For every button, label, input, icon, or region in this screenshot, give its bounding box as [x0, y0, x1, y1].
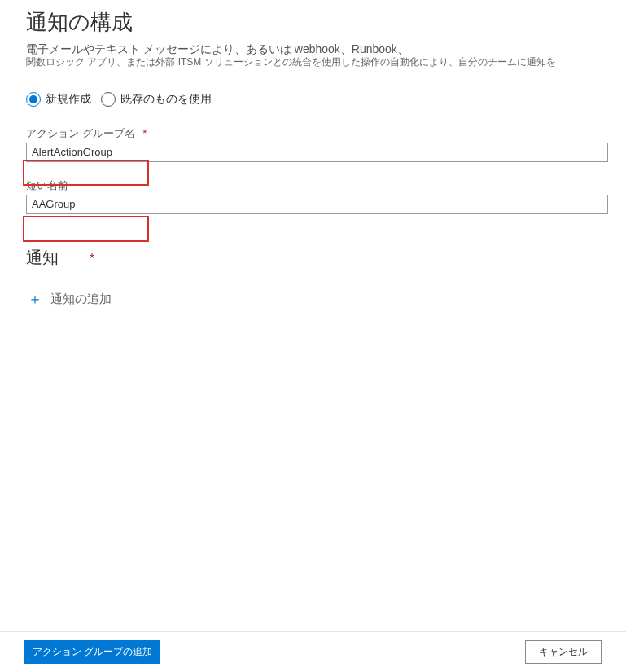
radio-use-existing-label: 既存のものを使用 — [120, 92, 212, 107]
notifications-section-title: 通知 — [26, 247, 59, 269]
description-line1: 電子メールやテキスト メッセージにより、あるいは webhook、Runbook… — [26, 42, 600, 56]
radio-create-new-input[interactable] — [26, 92, 41, 107]
add-action-group-button[interactable]: アクション グループの追加 — [24, 640, 160, 664]
footer: アクション グループの追加 キャンセル — [0, 631, 626, 672]
action-group-name-field-group: アクション グループ名 * — [26, 126, 600, 162]
required-mark: * — [142, 127, 147, 139]
notifications-section-header: 通知 * — [26, 247, 600, 269]
action-group-name-label-text: アクション グループ名 — [26, 127, 135, 139]
short-name-input[interactable] — [26, 195, 608, 214]
short-name-label: 短い名前 — [26, 178, 600, 193]
page-title: 通知の構成 — [26, 8, 600, 37]
action-group-name-input[interactable] — [26, 143, 608, 162]
radio-use-existing[interactable]: 既存のものを使用 — [101, 92, 212, 107]
short-name-field-group: 短い名前 — [26, 178, 600, 214]
radio-create-new-label: 新規作成 — [46, 92, 91, 107]
add-notification-label: 通知の追加 — [50, 292, 112, 307]
add-notification-button[interactable]: ＋ 通知の追加 — [26, 287, 600, 312]
cancel-button[interactable]: キャンセル — [525, 640, 602, 664]
creation-mode-radio-group: 新規作成 既存のものを使用 — [26, 92, 600, 107]
action-group-name-label: アクション グループ名 * — [26, 126, 600, 141]
plus-icon: ＋ — [28, 292, 42, 306]
description-line2: 関数ロジック アプリ、または外部 ITSM ソリューションとの統合を使用した操作… — [26, 56, 600, 69]
short-name-label-text: 短い名前 — [26, 179, 68, 191]
required-mark: * — [90, 252, 94, 266]
radio-create-new[interactable]: 新規作成 — [26, 92, 91, 107]
radio-use-existing-input[interactable] — [101, 92, 116, 107]
